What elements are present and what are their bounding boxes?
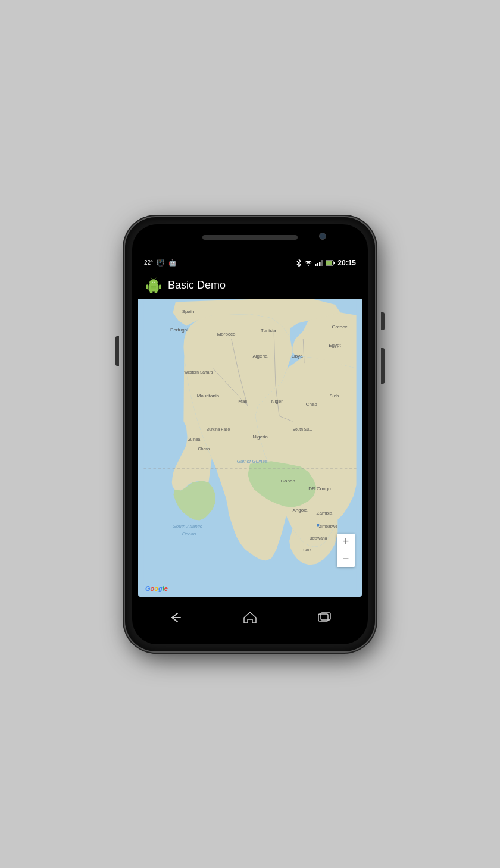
svg-text:Nigeria: Nigeria	[252, 434, 268, 439]
time-display: 20:15	[338, 259, 356, 267]
svg-text:Greece: Greece	[332, 324, 348, 330]
notification-icon: 🤖	[168, 259, 177, 267]
zoom-controls: + −	[337, 534, 355, 567]
svg-rect-3	[321, 260, 323, 266]
svg-rect-14	[159, 284, 161, 289]
zoom-in-button[interactable]: +	[337, 534, 355, 550]
svg-text:Spain: Spain	[182, 309, 195, 314]
phone-device: 22° 📳 🤖	[125, 217, 375, 651]
svg-point-9	[152, 281, 153, 283]
svg-text:Zimbabwe: Zimbabwe	[319, 524, 338, 528]
svg-text:South Su...: South Su...	[292, 427, 312, 431]
status-bar: 22° 📳 🤖	[138, 254, 362, 272]
svg-text:Sout...: Sout...	[303, 548, 314, 552]
android-icon	[145, 277, 162, 294]
speaker-grille	[202, 235, 298, 240]
svg-line-12	[155, 278, 156, 279]
svg-text:Gabon: Gabon	[281, 478, 295, 484]
svg-rect-0	[315, 264, 317, 266]
screen: 22° 📳 🤖	[138, 254, 362, 597]
svg-rect-16	[155, 290, 157, 293]
google-logo-g2: g	[158, 585, 162, 592]
voicemail-icon: 📳	[157, 259, 165, 267]
zoom-out-button[interactable]: −	[337, 550, 355, 567]
svg-text:South Atlantic: South Atlantic	[173, 523, 202, 528]
svg-point-10	[154, 281, 155, 283]
svg-text:Libya: Libya	[292, 353, 304, 359]
svg-text:Angola: Angola	[292, 507, 308, 513]
power-button[interactable]	[381, 312, 385, 330]
map-container[interactable]: Spain Portugal Morocco Algeria Tunisia L…	[138, 299, 362, 597]
map-svg: Spain Portugal Morocco Algeria Tunisia L…	[138, 299, 362, 597]
wifi-icon	[304, 260, 312, 266]
front-camera	[319, 233, 326, 240]
home-button[interactable]	[243, 611, 257, 626]
signal-icon	[315, 260, 323, 266]
phone-screen-area: 22° 📳 🤖	[132, 224, 368, 644]
svg-text:Mali: Mali	[238, 399, 247, 404]
svg-rect-2	[319, 262, 321, 266]
svg-text:Zambia: Zambia	[317, 510, 333, 515]
svg-rect-1	[317, 263, 319, 266]
svg-text:Niger: Niger	[271, 399, 283, 404]
nav-bar	[138, 604, 362, 634]
back-button[interactable]	[168, 612, 183, 626]
svg-rect-5	[334, 262, 335, 264]
google-logo-g: G	[145, 585, 151, 592]
svg-text:Tunisia: Tunisia	[261, 328, 276, 333]
svg-text:Guinea: Guinea	[188, 437, 201, 441]
volume-right-button[interactable]	[381, 348, 385, 384]
svg-text:Suda...: Suda...	[330, 394, 342, 398]
svg-line-11	[151, 278, 152, 279]
svg-text:Morocco: Morocco	[217, 331, 236, 336]
bluetooth-icon	[296, 259, 302, 267]
app-bar: Basic Demo	[138, 272, 362, 299]
svg-text:Ocean: Ocean	[182, 531, 196, 537]
svg-text:Burkina Faso: Burkina Faso	[207, 427, 230, 431]
svg-text:Botswana: Botswana	[310, 535, 327, 540]
app-title: Basic Demo	[168, 279, 226, 292]
google-logo-e: e	[164, 585, 168, 592]
svg-text:Mauritania: Mauritania	[197, 393, 220, 399]
google-branding: Google	[145, 585, 168, 592]
recents-button[interactable]	[317, 612, 332, 626]
volume-button[interactable]	[115, 336, 119, 366]
status-right: 20:15	[296, 259, 356, 267]
svg-point-8	[149, 279, 158, 286]
svg-rect-13	[146, 284, 148, 289]
svg-text:Gulf of Guinea: Gulf of Guinea	[237, 459, 268, 464]
svg-rect-15	[150, 290, 152, 293]
svg-point-57	[317, 524, 319, 526]
svg-text:Ghana: Ghana	[198, 447, 210, 451]
svg-text:Chad: Chad	[306, 401, 317, 406]
svg-text:Egypt: Egypt	[329, 343, 341, 348]
svg-text:Western Sahara: Western Sahara	[184, 370, 212, 374]
svg-text:DR Congo: DR Congo	[308, 486, 331, 491]
temperature-label: 22°	[144, 259, 153, 266]
svg-rect-6	[326, 261, 332, 265]
svg-text:Algeria: Algeria	[252, 353, 267, 359]
svg-text:Portugal: Portugal	[170, 327, 188, 332]
status-left: 22° 📳 🤖	[144, 259, 177, 267]
battery-icon	[326, 260, 335, 266]
